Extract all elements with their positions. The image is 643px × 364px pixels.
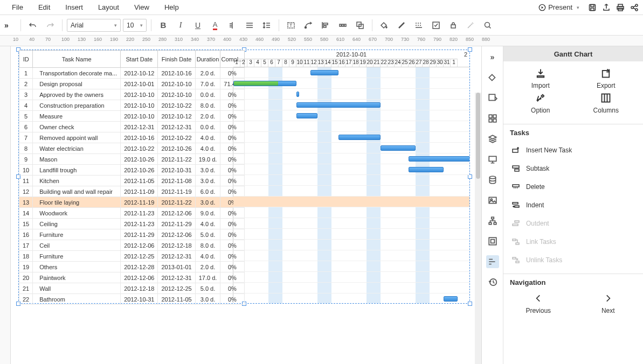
insert-task-button[interactable]: Insert New Task xyxy=(508,141,639,159)
column-header[interactable]: ID xyxy=(19,51,33,68)
export-button[interactable]: Export xyxy=(584,68,627,89)
previous-button[interactable]: Previous xyxy=(517,293,560,314)
option-button[interactable]: Option xyxy=(519,93,562,114)
columns-button[interactable]: Columns xyxy=(584,93,627,114)
table-row[interactable]: 19Others2012-12-282013-01-012.0 d.0% xyxy=(19,262,245,272)
gantt-bar[interactable] xyxy=(296,113,317,118)
font-family-dropdown[interactable]: Arial ▾ xyxy=(67,19,121,32)
import-button[interactable]: Import xyxy=(519,68,562,89)
scrollbar-thumb[interactable] xyxy=(476,93,480,179)
gantt-bar[interactable] xyxy=(296,102,381,108)
expand-toolbar-icon[interactable]: » xyxy=(4,21,16,30)
font-color-button[interactable]: A xyxy=(208,18,223,33)
tools-button[interactable] xyxy=(463,18,478,33)
table-row[interactable]: 17Ceil2012-12-062012-12-188.0 d.0% xyxy=(19,240,245,251)
table-row[interactable]: 10Landfill trough2012-10-262012-10-313.0… xyxy=(19,165,245,176)
subtask-button[interactable]: Subtask xyxy=(508,159,639,178)
menu-item-insert[interactable]: Insert xyxy=(58,1,91,13)
table-row[interactable]: 8Water electrician2012-10-222012-10-264.… xyxy=(19,143,245,154)
image-panel-icon[interactable] xyxy=(486,194,499,207)
gantt-bar[interactable] xyxy=(381,145,416,151)
presentation-panel-icon[interactable] xyxy=(486,153,499,166)
menu-item-file[interactable]: File xyxy=(4,1,31,13)
group-button[interactable] xyxy=(352,18,368,33)
menu-item-view[interactable]: View xyxy=(127,1,157,13)
indent-button[interactable]: Indent xyxy=(508,196,639,214)
italic-button[interactable]: I xyxy=(173,18,188,33)
save-icon[interactable] xyxy=(588,3,597,12)
table-row[interactable]: 20Paintwork2012-12-062012-12-3117.0 d.0% xyxy=(19,272,245,283)
text-align-v-button[interactable] xyxy=(242,18,257,33)
menu-item-help[interactable]: Help xyxy=(157,1,186,13)
table-row[interactable]: 14Woodwork2012-11-232012-12-069.0 d.0% xyxy=(19,208,245,219)
layers-panel-icon[interactable] xyxy=(486,132,499,145)
menu-item-edit[interactable]: Edit xyxy=(31,1,58,13)
gantt-bar[interactable] xyxy=(444,296,458,302)
table-row[interactable]: 22Bathroom2012-10-312012-11-053.0 d.0% xyxy=(19,294,245,305)
present-button[interactable]: Present ▾ xyxy=(535,2,583,12)
undo-button[interactable] xyxy=(25,18,40,33)
next-button[interactable]: Next xyxy=(586,293,630,314)
table-row[interactable]: 6Owner check2012-12-312012-12-310.0 d.0% xyxy=(19,122,245,132)
gantt-bar[interactable] xyxy=(233,81,296,86)
gantt-task-grid[interactable]: IDTask NameStart DateFinish DateDuration… xyxy=(19,50,233,303)
delete-task-button[interactable]: Delete xyxy=(508,178,639,196)
share-icon[interactable] xyxy=(630,3,639,12)
gantt-bar[interactable] xyxy=(310,70,338,75)
column-header[interactable]: Task Name xyxy=(33,51,121,68)
gantt-chart-object[interactable]: IDTask NameStart DateFinish DateDuration… xyxy=(18,50,470,304)
underline-button[interactable]: U xyxy=(190,18,205,33)
redo-button[interactable] xyxy=(43,18,58,33)
export-icon[interactable] xyxy=(602,3,611,12)
gantt-bar[interactable] xyxy=(409,167,444,172)
lock-button[interactable] xyxy=(446,18,461,33)
line-style-button[interactable] xyxy=(411,18,426,33)
vertical-scrollbar[interactable] xyxy=(475,93,481,364)
gantt-bar[interactable] xyxy=(409,156,469,162)
line-spacing-button[interactable] xyxy=(259,18,274,33)
gantt-bar[interactable] xyxy=(296,92,299,97)
align-button[interactable] xyxy=(318,18,333,33)
column-header[interactable]: Duration xyxy=(195,51,220,68)
frame-panel-icon[interactable] xyxy=(486,235,499,248)
gantt-timeline[interactable]: 2012-10-01 2 123456789101112131415161718… xyxy=(233,50,469,303)
column-header[interactable]: Finish Date xyxy=(158,51,195,68)
line-color-button[interactable] xyxy=(394,18,409,33)
hierarchy-panel-icon[interactable] xyxy=(486,214,499,227)
text-box-button[interactable]: T xyxy=(284,18,299,33)
data-panel-icon[interactable] xyxy=(486,173,499,186)
table-row[interactable]: 11Kitchen2012-11-052012-11-083.0 d.0% xyxy=(19,176,245,186)
shape-panel-icon[interactable] xyxy=(486,92,499,104)
fill-panel-icon[interactable] xyxy=(486,71,499,84)
column-header[interactable]: Start Date xyxy=(121,51,158,68)
table-row[interactable]: 7Removed appoint wall2012-10-162012-10-2… xyxy=(19,132,245,143)
fill-button[interactable] xyxy=(377,18,392,33)
gantt-panel-icon[interactable] xyxy=(486,255,499,268)
canvas[interactable]: IDTask NameStart DateFinish DateDuration… xyxy=(11,46,481,364)
table-row[interactable]: 21Wall2012-12-182012-12-255.0 d.0% xyxy=(19,283,245,294)
distribute-button[interactable] xyxy=(335,18,350,33)
table-row[interactable]: 1Transportation decorate ma...2012-10-12… xyxy=(19,68,245,79)
table-row[interactable]: 9Mason2012-10-262012-11-2219.0 d.0% xyxy=(19,154,245,165)
table-row[interactable]: 3Approved by the owners2012-10-102012-10… xyxy=(19,89,245,100)
print-icon[interactable] xyxy=(616,3,625,12)
table-row[interactable]: 18Furniture2012-12-252012-12-314.0 d.0% xyxy=(19,251,245,262)
table-row[interactable]: 16Furniture2012-11-292012-12-065.0 d.0% xyxy=(19,229,245,240)
bold-button[interactable]: B xyxy=(156,18,171,33)
collapse-panel-icon[interactable]: » xyxy=(486,51,499,64)
table-row[interactable]: 13Floor tile laying2012-11-192012-11-223… xyxy=(19,197,245,208)
font-size-dropdown[interactable]: 10 ▾ xyxy=(123,19,147,32)
table-row[interactable]: 4Construction preparation2012-10-102012-… xyxy=(19,100,245,111)
gantt-bar[interactable] xyxy=(338,135,381,140)
connector-button[interactable] xyxy=(301,18,316,33)
checkbox-button[interactable] xyxy=(428,18,444,33)
table-row[interactable]: 15Ceiling2012-11-232012-11-294.0 d.0% xyxy=(19,219,245,229)
menu-item-layout[interactable]: Layout xyxy=(91,1,127,13)
grid-panel-icon[interactable] xyxy=(486,112,499,125)
table-row[interactable]: 12Building wall and wall repair2012-11-0… xyxy=(19,186,245,197)
table-row[interactable]: 2Design proposal2012-10-012012-10-107.0 … xyxy=(19,79,245,89)
history-panel-icon[interactable] xyxy=(486,276,499,289)
table-row[interactable]: 5Measure2012-10-102012-10-122.0 d.0% xyxy=(19,111,245,122)
search-button[interactable] xyxy=(480,18,495,33)
text-align-h-button[interactable] xyxy=(225,18,240,33)
